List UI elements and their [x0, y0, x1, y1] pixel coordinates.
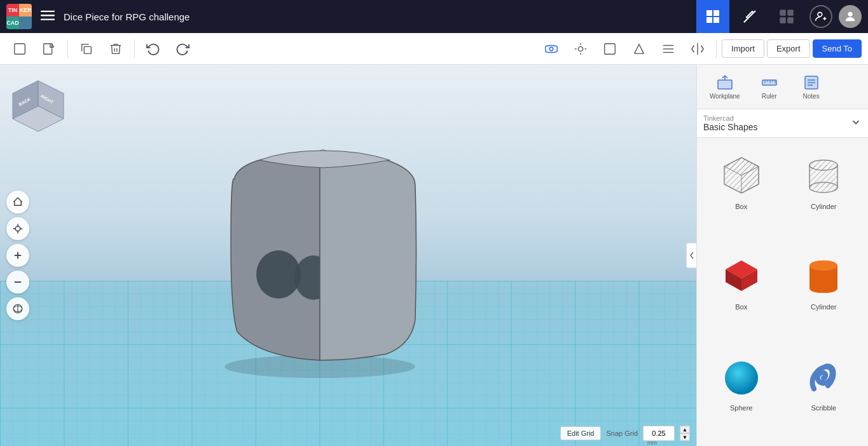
send-to-button[interactable]: Send To — [813, 39, 862, 58]
dice-3d-model — [196, 116, 450, 370]
toolbar: Import Export Send To — [0, 33, 868, 65]
shape-item-sphere-solid[interactable]: Sphere — [703, 346, 780, 440]
build-view-button[interactable] — [733, 0, 766, 33]
shape-preview-box-solid — [716, 250, 767, 301]
edit-grid-button[interactable]: Edit Grid — [560, 426, 602, 440]
svg-point-70 — [809, 160, 837, 170]
ruler-button[interactable]: Ruler — [750, 70, 789, 104]
action-buttons: Import Export Send To — [722, 39, 862, 58]
shape-item-box-solid[interactable]: Box — [703, 245, 780, 339]
mirror-button[interactable] — [684, 36, 711, 62]
svg-point-32 — [256, 250, 301, 299]
shape-preview-cylinder-solid — [798, 250, 849, 301]
shape-preview-box-hole — [716, 149, 767, 200]
shape-preview-sphere-solid — [716, 351, 767, 402]
shape-name-box-solid: Box — [735, 303, 747, 311]
zoom-out-button[interactable] — [6, 271, 29, 294]
light-button[interactable] — [567, 36, 594, 62]
mm-unit-label: mm — [647, 440, 657, 446]
shape-item-cylinder-hole[interactable]: Cylinder — [786, 144, 862, 238]
shape-preview-cylinder-hole — [798, 149, 849, 200]
svg-rect-8 — [788, 10, 793, 15]
svg-rect-7 — [780, 10, 785, 15]
shape-tool-2-button[interactable] — [626, 36, 652, 62]
shape-name-cylinder-hole: Cylinder — [811, 203, 836, 210]
logo-tl: TIN — [6, 4, 19, 17]
snap-increment-button[interactable]: ▲ — [680, 426, 690, 433]
right-panel: Workplane Ruler — [696, 65, 868, 446]
shape-tool-button[interactable] — [596, 36, 623, 62]
svg-rect-5 — [706, 17, 712, 23]
snap-grid-input[interactable] — [643, 426, 675, 441]
svg-point-19 — [578, 46, 582, 51]
svg-rect-15 — [15, 43, 25, 54]
logo[interactable]: TIN KER CAD — [6, 4, 32, 29]
svg-point-11 — [818, 12, 822, 17]
import-button[interactable]: Import — [722, 39, 764, 58]
svg-rect-17 — [84, 46, 91, 53]
snap-decrement-button[interactable]: ▼ — [680, 433, 690, 441]
svg-rect-0 — [41, 10, 55, 11]
snap-stepper: ▲ ▼ — [680, 426, 690, 441]
zoom-in-button[interactable] — [6, 244, 29, 267]
project-title[interactable]: Dice Piece for RPG challenge — [64, 11, 690, 22]
logo-tr: KER — [19, 4, 32, 17]
import-file-button[interactable] — [36, 36, 62, 62]
shape-item-cylinder-solid[interactable]: Cylinder — [786, 245, 862, 339]
top-bar: TIN KER CAD Dice Piece for RPG challenge — [0, 0, 868, 33]
svg-rect-49 — [718, 80, 732, 89]
view-cube[interactable]: RIGHT BACK — [10, 78, 67, 135]
svg-point-14 — [848, 12, 852, 17]
svg-point-80 — [725, 362, 758, 395]
copy-button[interactable] — [73, 36, 100, 62]
shape-preview-scribble — [798, 351, 849, 402]
fit-view-button[interactable] — [6, 217, 29, 240]
svg-rect-10 — [788, 18, 793, 23]
menu-icon[interactable] — [38, 6, 57, 28]
shape-name-sphere-solid: Sphere — [730, 404, 752, 412]
export-button[interactable]: Export — [767, 39, 810, 58]
blocks-view-button[interactable] — [770, 0, 803, 33]
shape-name-box-hole: Box — [735, 203, 747, 210]
workplane-button[interactable]: Workplane — [703, 70, 747, 104]
left-tools — [6, 191, 29, 320]
topbar-right — [696, 0, 862, 33]
undo-button[interactable] — [140, 36, 167, 62]
viewport[interactable]: RIGHT BACK — [0, 65, 696, 446]
shape-lib-dropdown-button[interactable] — [850, 116, 862, 130]
snap-grid-label: Snap Grid — [606, 429, 638, 437]
svg-rect-16 — [44, 43, 52, 54]
delete-button[interactable] — [102, 36, 129, 62]
svg-point-39 — [15, 226, 20, 231]
shape-item-scribble[interactable]: Scribble — [786, 346, 862, 440]
user-avatar[interactable] — [839, 5, 862, 28]
svg-rect-6 — [713, 17, 719, 23]
new-button[interactable] — [6, 36, 33, 62]
svg-rect-4 — [713, 10, 719, 16]
toolbar-divider-3 — [716, 39, 717, 58]
camera-button[interactable] — [538, 36, 565, 62]
align-button[interactable] — [655, 36, 682, 62]
collapse-panel-button[interactable] — [686, 243, 696, 268]
shapes-grid: Box — [697, 138, 868, 446]
svg-rect-51 — [762, 80, 776, 85]
svg-rect-24 — [605, 43, 616, 54]
shape-name-cylinder-solid: Cylinder — [811, 303, 836, 311]
shape-lib-title: Basic Shapes — [703, 122, 850, 132]
notes-button[interactable]: Notes — [792, 70, 830, 104]
grid-view-button[interactable] — [696, 0, 729, 33]
svg-point-79 — [809, 260, 837, 271]
toolbar-divider-2 — [134, 39, 135, 58]
main-area: RIGHT BACK — [0, 65, 868, 446]
panel-top-tools: Workplane Ruler — [697, 65, 868, 109]
logo-bl: CAD — [6, 17, 19, 29]
shape-item-box-hole[interactable]: Box — [703, 144, 780, 238]
transform-button[interactable] — [6, 297, 29, 320]
redo-button[interactable] — [169, 36, 196, 62]
home-view-button[interactable] — [6, 191, 29, 213]
toolbar-divider-1 — [67, 39, 68, 58]
add-user-button[interactable] — [809, 5, 832, 28]
workplane-label: Workplane — [710, 93, 740, 100]
ruler-label: Ruler — [762, 93, 777, 100]
svg-point-18 — [549, 47, 553, 51]
